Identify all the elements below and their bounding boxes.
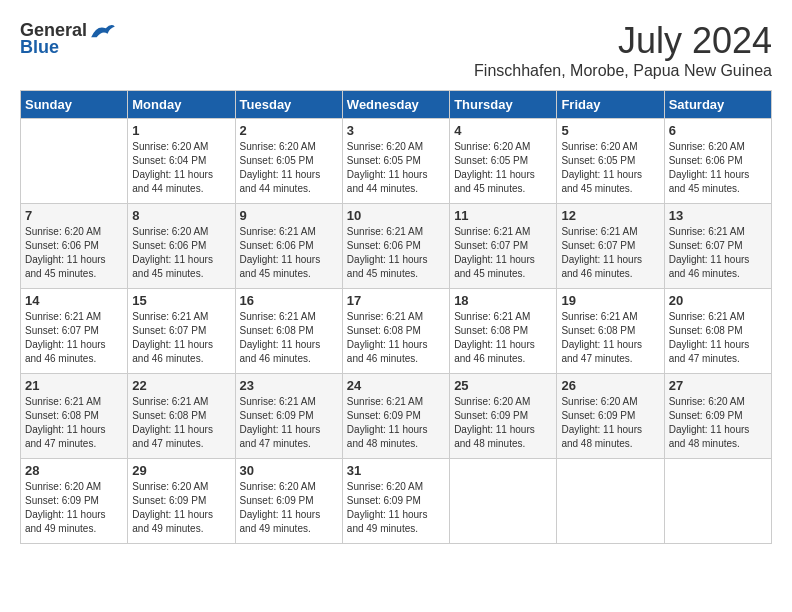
day-number: 28 — [25, 463, 123, 478]
day-number: 10 — [347, 208, 445, 223]
calendar-cell: 26Sunrise: 6:20 AMSunset: 6:09 PMDayligh… — [557, 374, 664, 459]
calendar-cell: 19Sunrise: 6:21 AMSunset: 6:08 PMDayligh… — [557, 289, 664, 374]
calendar-cell: 29Sunrise: 6:20 AMSunset: 6:09 PMDayligh… — [128, 459, 235, 544]
day-number: 17 — [347, 293, 445, 308]
day-info: Sunrise: 6:20 AMSunset: 6:05 PMDaylight:… — [561, 140, 659, 196]
day-info: Sunrise: 6:21 AMSunset: 6:07 PMDaylight:… — [132, 310, 230, 366]
day-number: 12 — [561, 208, 659, 223]
calendar-header-row: SundayMondayTuesdayWednesdayThursdayFrid… — [21, 91, 772, 119]
calendar-cell: 31Sunrise: 6:20 AMSunset: 6:09 PMDayligh… — [342, 459, 449, 544]
location-subtitle: Finschhafen, Morobe, Papua New Guinea — [474, 62, 772, 80]
day-info: Sunrise: 6:20 AMSunset: 6:09 PMDaylight:… — [132, 480, 230, 536]
day-info: Sunrise: 6:21 AMSunset: 6:07 PMDaylight:… — [25, 310, 123, 366]
calendar-cell: 11Sunrise: 6:21 AMSunset: 6:07 PMDayligh… — [450, 204, 557, 289]
calendar-week-row: 28Sunrise: 6:20 AMSunset: 6:09 PMDayligh… — [21, 459, 772, 544]
calendar-cell: 16Sunrise: 6:21 AMSunset: 6:08 PMDayligh… — [235, 289, 342, 374]
day-info: Sunrise: 6:20 AMSunset: 6:09 PMDaylight:… — [561, 395, 659, 451]
day-number: 6 — [669, 123, 767, 138]
day-info: Sunrise: 6:21 AMSunset: 6:08 PMDaylight:… — [25, 395, 123, 451]
day-number: 22 — [132, 378, 230, 393]
logo: General Blue — [20, 20, 117, 58]
day-info: Sunrise: 6:20 AMSunset: 6:09 PMDaylight:… — [25, 480, 123, 536]
calendar-cell: 10Sunrise: 6:21 AMSunset: 6:06 PMDayligh… — [342, 204, 449, 289]
day-info: Sunrise: 6:21 AMSunset: 6:06 PMDaylight:… — [347, 225, 445, 281]
day-number: 25 — [454, 378, 552, 393]
calendar-cell — [664, 459, 771, 544]
calendar-cell: 1Sunrise: 6:20 AMSunset: 6:04 PMDaylight… — [128, 119, 235, 204]
calendar-cell: 2Sunrise: 6:20 AMSunset: 6:05 PMDaylight… — [235, 119, 342, 204]
calendar-cell: 21Sunrise: 6:21 AMSunset: 6:08 PMDayligh… — [21, 374, 128, 459]
day-number: 13 — [669, 208, 767, 223]
day-info: Sunrise: 6:21 AMSunset: 6:08 PMDaylight:… — [454, 310, 552, 366]
day-number: 16 — [240, 293, 338, 308]
calendar-cell: 20Sunrise: 6:21 AMSunset: 6:08 PMDayligh… — [664, 289, 771, 374]
calendar-cell — [450, 459, 557, 544]
calendar-cell — [557, 459, 664, 544]
column-header-friday: Friday — [557, 91, 664, 119]
day-number: 18 — [454, 293, 552, 308]
day-number: 9 — [240, 208, 338, 223]
day-info: Sunrise: 6:21 AMSunset: 6:07 PMDaylight:… — [669, 225, 767, 281]
calendar-cell: 13Sunrise: 6:21 AMSunset: 6:07 PMDayligh… — [664, 204, 771, 289]
day-info: Sunrise: 6:21 AMSunset: 6:07 PMDaylight:… — [561, 225, 659, 281]
calendar-week-row: 21Sunrise: 6:21 AMSunset: 6:08 PMDayligh… — [21, 374, 772, 459]
calendar-week-row: 1Sunrise: 6:20 AMSunset: 6:04 PMDaylight… — [21, 119, 772, 204]
calendar-cell: 15Sunrise: 6:21 AMSunset: 6:07 PMDayligh… — [128, 289, 235, 374]
calendar-cell: 18Sunrise: 6:21 AMSunset: 6:08 PMDayligh… — [450, 289, 557, 374]
calendar-cell: 7Sunrise: 6:20 AMSunset: 6:06 PMDaylight… — [21, 204, 128, 289]
day-info: Sunrise: 6:21 AMSunset: 6:09 PMDaylight:… — [240, 395, 338, 451]
page-header: General Blue July 2024 Finschhafen, Moro… — [20, 20, 772, 80]
day-info: Sunrise: 6:20 AMSunset: 6:05 PMDaylight:… — [240, 140, 338, 196]
day-info: Sunrise: 6:20 AMSunset: 6:09 PMDaylight:… — [669, 395, 767, 451]
column-header-monday: Monday — [128, 91, 235, 119]
day-number: 4 — [454, 123, 552, 138]
day-info: Sunrise: 6:21 AMSunset: 6:08 PMDaylight:… — [240, 310, 338, 366]
calendar-cell: 22Sunrise: 6:21 AMSunset: 6:08 PMDayligh… — [128, 374, 235, 459]
column-header-sunday: Sunday — [21, 91, 128, 119]
title-section: July 2024 Finschhafen, Morobe, Papua New… — [474, 20, 772, 80]
day-number: 7 — [25, 208, 123, 223]
calendar-week-row: 7Sunrise: 6:20 AMSunset: 6:06 PMDaylight… — [21, 204, 772, 289]
day-number: 30 — [240, 463, 338, 478]
day-info: Sunrise: 6:20 AMSunset: 6:05 PMDaylight:… — [454, 140, 552, 196]
calendar-cell: 28Sunrise: 6:20 AMSunset: 6:09 PMDayligh… — [21, 459, 128, 544]
column-header-tuesday: Tuesday — [235, 91, 342, 119]
day-number: 5 — [561, 123, 659, 138]
day-info: Sunrise: 6:20 AMSunset: 6:09 PMDaylight:… — [347, 480, 445, 536]
month-year-title: July 2024 — [474, 20, 772, 62]
day-number: 1 — [132, 123, 230, 138]
column-header-thursday: Thursday — [450, 91, 557, 119]
calendar-cell: 27Sunrise: 6:20 AMSunset: 6:09 PMDayligh… — [664, 374, 771, 459]
day-info: Sunrise: 6:21 AMSunset: 6:08 PMDaylight:… — [347, 310, 445, 366]
day-number: 14 — [25, 293, 123, 308]
calendar-cell: 8Sunrise: 6:20 AMSunset: 6:06 PMDaylight… — [128, 204, 235, 289]
logo-blue-text: Blue — [20, 37, 59, 58]
calendar-cell: 9Sunrise: 6:21 AMSunset: 6:06 PMDaylight… — [235, 204, 342, 289]
day-info: Sunrise: 6:21 AMSunset: 6:06 PMDaylight:… — [240, 225, 338, 281]
day-info: Sunrise: 6:20 AMSunset: 6:05 PMDaylight:… — [347, 140, 445, 196]
day-info: Sunrise: 6:20 AMSunset: 6:06 PMDaylight:… — [669, 140, 767, 196]
day-info: Sunrise: 6:20 AMSunset: 6:06 PMDaylight:… — [25, 225, 123, 281]
column-header-wednesday: Wednesday — [342, 91, 449, 119]
day-number: 26 — [561, 378, 659, 393]
day-number: 31 — [347, 463, 445, 478]
day-number: 20 — [669, 293, 767, 308]
day-number: 21 — [25, 378, 123, 393]
day-info: Sunrise: 6:21 AMSunset: 6:09 PMDaylight:… — [347, 395, 445, 451]
day-number: 2 — [240, 123, 338, 138]
calendar-cell: 3Sunrise: 6:20 AMSunset: 6:05 PMDaylight… — [342, 119, 449, 204]
day-info: Sunrise: 6:20 AMSunset: 6:09 PMDaylight:… — [240, 480, 338, 536]
calendar-cell: 12Sunrise: 6:21 AMSunset: 6:07 PMDayligh… — [557, 204, 664, 289]
day-number: 29 — [132, 463, 230, 478]
calendar-cell: 24Sunrise: 6:21 AMSunset: 6:09 PMDayligh… — [342, 374, 449, 459]
day-info: Sunrise: 6:21 AMSunset: 6:08 PMDaylight:… — [669, 310, 767, 366]
day-number: 27 — [669, 378, 767, 393]
day-number: 3 — [347, 123, 445, 138]
day-info: Sunrise: 6:20 AMSunset: 6:09 PMDaylight:… — [454, 395, 552, 451]
calendar-cell — [21, 119, 128, 204]
day-number: 24 — [347, 378, 445, 393]
logo-bird-icon — [89, 21, 117, 41]
calendar-cell: 5Sunrise: 6:20 AMSunset: 6:05 PMDaylight… — [557, 119, 664, 204]
calendar-cell: 4Sunrise: 6:20 AMSunset: 6:05 PMDaylight… — [450, 119, 557, 204]
day-number: 23 — [240, 378, 338, 393]
